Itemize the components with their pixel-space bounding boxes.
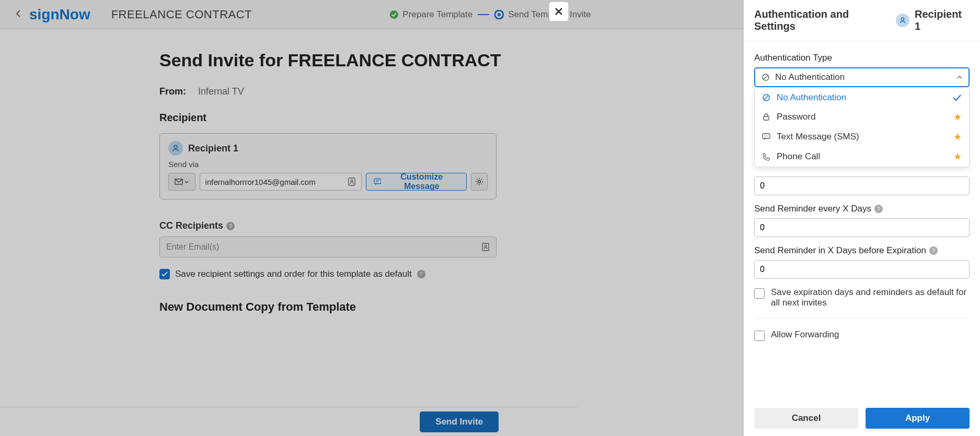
hidden-days-input[interactable]	[754, 176, 970, 195]
premium-star-icon: ★	[953, 111, 962, 123]
panel-header: Authentication and Settings Recipient 1	[744, 0, 980, 41]
svg-line-17	[764, 96, 768, 100]
checkbox-unchecked[interactable]	[754, 331, 765, 341]
close-icon	[554, 7, 563, 16]
divider	[754, 319, 970, 319]
allow-forwarding-row[interactable]: Allow Forwarding	[754, 329, 970, 341]
check-icon	[952, 94, 962, 101]
save-defaults-row[interactable]: Save expiration days and reminders as de…	[754, 287, 970, 308]
cancel-button[interactable]: Cancel	[754, 408, 858, 429]
svg-point-22	[767, 136, 768, 137]
chevron-up-icon	[957, 76, 962, 79]
reminder-every-input[interactable]	[754, 218, 970, 237]
svg-line-15	[764, 75, 768, 79]
auth-option-phone[interactable]: Phone Call ★	[755, 147, 969, 167]
option-label: Text Message (SMS)	[777, 132, 859, 142]
allow-forwarding-label: Allow Forwarding	[771, 329, 839, 340]
auth-type-label: Authentication Type	[754, 53, 970, 63]
close-panel-button[interactable]	[549, 2, 569, 21]
auth-selected-text: No Authentication	[775, 72, 845, 83]
sms-icon	[762, 133, 770, 140]
checkbox-unchecked[interactable]	[754, 288, 765, 299]
reminder-every-label: Send Reminder every X Days ?	[754, 204, 970, 214]
svg-rect-18	[764, 116, 769, 120]
auth-type-select[interactable]: No Authentication	[754, 67, 970, 87]
phone-icon	[762, 152, 770, 161]
svg-point-21	[766, 136, 767, 137]
panel-footer: Cancel Apply	[744, 402, 980, 436]
auth-dropdown-list: No Authentication Password ★ Text Messag…	[754, 88, 970, 167]
auth-option-password[interactable]: Password ★	[755, 107, 969, 127]
auth-option-none[interactable]: No Authentication	[755, 88, 969, 107]
reminder-before-label: Send Reminder in X Days before Expiratio…	[754, 245, 970, 256]
no-auth-icon	[762, 73, 770, 81]
panel-body: Authentication Type No Authentication No…	[744, 41, 980, 402]
premium-star-icon: ★	[953, 131, 962, 143]
panel-title: Authentication and Settings	[754, 8, 891, 32]
reminder-every-text: Send Reminder every X Days	[754, 204, 871, 214]
panel-recipient: Recipient 1	[915, 8, 970, 32]
help-icon[interactable]: ?	[874, 205, 883, 213]
option-label: Password	[777, 112, 816, 122]
svg-point-13	[902, 18, 904, 20]
save-defaults-label: Save expiration days and reminders as de…	[771, 287, 970, 308]
person-icon	[899, 17, 906, 24]
option-label: Phone Call	[777, 151, 820, 162]
settings-panel: Authentication and Settings Recipient 1 …	[744, 0, 980, 436]
reminder-before-text: Send Reminder in X Days before Expiratio…	[754, 245, 926, 256]
help-icon[interactable]: ?	[929, 246, 938, 255]
apply-button[interactable]: Apply	[866, 408, 970, 429]
avatar	[896, 14, 909, 27]
lock-icon	[762, 113, 770, 121]
reminder-before-input[interactable]	[754, 260, 970, 279]
auth-option-sms[interactable]: Text Message (SMS) ★	[755, 127, 969, 147]
premium-star-icon: ★	[953, 151, 962, 162]
no-auth-icon	[762, 93, 770, 102]
option-label: No Authentication	[777, 92, 846, 103]
svg-point-20	[764, 136, 765, 137]
